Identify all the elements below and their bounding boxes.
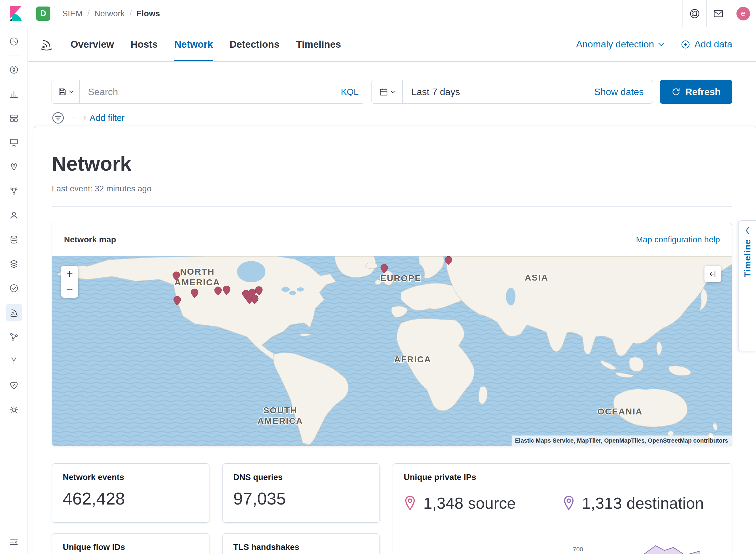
network-map-header: Network map Map configuration help (52, 223, 732, 256)
sidebar-item-visualize[interactable] (6, 86, 22, 102)
refresh-button[interactable]: Refresh (660, 80, 732, 104)
network-map-panel: Network map Map configuration help (52, 223, 732, 446)
refresh-icon (672, 88, 681, 96)
top-header-bar: D SIEM / Network / Flows e (0, 0, 756, 27)
network-map[interactable]: NORTH AMERICA EUROPE ASIA AFRICA SOUTH A… (52, 256, 732, 446)
sidebar-item-dashboard[interactable] (6, 110, 22, 126)
map-configuration-help-link[interactable]: Map configuration help (636, 235, 720, 244)
siem-signal-icon (9, 308, 19, 318)
timeline-flyout-tab[interactable]: Timeline (738, 220, 756, 351)
saved-query-menu-button[interactable] (52, 80, 80, 103)
help-icon (689, 8, 700, 19)
tab-network[interactable]: Network (174, 27, 213, 61)
app-sidebar (0, 27, 28, 554)
compass-icon (9, 65, 19, 75)
anomaly-detection-button[interactable]: Anomaly detection (576, 39, 664, 50)
timeline-tab-label: Timeline (742, 239, 752, 277)
unique-private-ips-title: Unique private IPs (404, 473, 721, 482)
unique-flow-ids-title: Unique flow IDs (63, 543, 198, 552)
sidebar-item-recently-viewed[interactable] (6, 33, 22, 50)
page-title: Network (52, 152, 732, 175)
map-label-europe: EUROPE (381, 273, 421, 283)
graph-nodes-icon (9, 332, 19, 342)
space-badge[interactable]: D (36, 6, 50, 21)
sidebar-item-infrastructure[interactable] (6, 256, 22, 272)
collapse-menu-button[interactable] (6, 534, 22, 550)
tls-handshakes-title: TLS handshakes (233, 543, 369, 552)
map-legend-toggle-button[interactable] (704, 266, 721, 282)
breadcrumb-siem[interactable]: SIEM (62, 9, 82, 18)
breadcrumb-flows: Flows (136, 9, 160, 18)
layers-icon (9, 259, 19, 269)
sidebar-item-monitoring[interactable] (6, 377, 22, 394)
breadcrumb-network[interactable]: Network (94, 9, 125, 18)
sidebar-item-users[interactable] (6, 207, 22, 224)
sidebar-item-maps[interactable] (6, 159, 22, 175)
gear-icon (9, 405, 19, 415)
search-input[interactable] (80, 80, 335, 103)
sidebar-item-uptime[interactable] (6, 280, 22, 296)
zoom-in-button[interactable]: + (61, 266, 78, 282)
add-data-button[interactable]: Add data (681, 39, 732, 50)
sidebar-item-apm[interactable] (6, 353, 22, 370)
kpi-cards-row: Network events 462,428 Unique flow IDs D… (52, 463, 732, 554)
destination-pin-icon (563, 495, 575, 511)
help-button[interactable] (683, 0, 706, 27)
save-icon (58, 88, 67, 96)
filter-separator (70, 118, 77, 118)
kibana-logo[interactable] (8, 6, 24, 21)
show-dates-link[interactable]: Show dates (594, 87, 644, 98)
map-label-africa: AFRICA (394, 354, 431, 364)
source-ips-stat: 1,348 source (404, 494, 562, 512)
svg-text:AMERICA: AMERICA (174, 277, 220, 287)
sidebar-item-canvas[interactable] (6, 134, 22, 151)
check-circle-icon (9, 283, 19, 293)
network-page-content: Network Last event: 32 minutes ago Netwo… (34, 126, 756, 554)
sidebar-item-machine-learning[interactable] (6, 183, 22, 200)
sidebar-item-logs[interactable] (6, 231, 22, 248)
sidebar-item-graph[interactable] (6, 329, 22, 345)
map-pin-icon (9, 162, 19, 172)
chevron-down-icon (391, 90, 395, 93)
svg-text:AMERICA: AMERICA (257, 416, 303, 426)
siem-tabs: Overview Hosts Network Detections Timeli… (70, 27, 341, 61)
tab-detections[interactable]: Detections (230, 27, 280, 61)
date-range-value[interactable]: Last 7 days (411, 87, 460, 98)
dns-queries-card: DNS queries 97,035 (223, 463, 380, 522)
network-map-title: Network map (64, 235, 116, 244)
sidebar-item-siem[interactable] (6, 304, 22, 321)
unique-private-ips-card: Unique private IPs 1,348 source 1,313 de… (393, 463, 732, 554)
dns-queries-title: DNS queries (233, 473, 369, 482)
user-menu-button[interactable]: e (730, 0, 756, 27)
plus-circle-icon (681, 40, 690, 49)
tab-timelines[interactable]: Timelines (296, 27, 341, 61)
machine-learning-icon (9, 186, 19, 196)
network-events-title: Network events (63, 473, 198, 482)
source-ips-value: 1,348 source (423, 494, 516, 512)
heartbeat-icon (9, 380, 19, 390)
map-label-oceania: OCEANIA (597, 406, 643, 416)
card-divider (404, 530, 721, 530)
breadcrumb-separator: / (87, 9, 90, 18)
zoom-out-button[interactable]: − (61, 282, 78, 298)
tab-hosts[interactable]: Hosts (131, 27, 158, 61)
clock-icon (9, 37, 19, 47)
destination-area-chart (593, 542, 700, 554)
mail-icon (713, 8, 724, 19)
newsfeed-button[interactable] (706, 0, 730, 27)
sidebar-item-management[interactable] (6, 401, 22, 418)
sidebar-item-discover[interactable] (6, 61, 22, 78)
filter-settings-icon[interactable] (52, 111, 65, 124)
date-quick-select-button[interactable] (372, 80, 403, 103)
anomaly-detection-label: Anomaly detection (576, 39, 654, 50)
tab-overview[interactable]: Overview (70, 27, 114, 61)
add-filter-link[interactable]: + Add filter (82, 113, 125, 123)
kql-toggle-button[interactable]: KQL (335, 80, 364, 103)
dns-queries-value: 97,035 (233, 489, 369, 508)
world-map: NORTH AMERICA EUROPE ASIA AFRICA SOUTH A… (52, 256, 732, 446)
unique-flow-ids-card: Unique flow IDs (52, 533, 210, 554)
search-row: KQL Last 7 days Show dates Refresh (52, 80, 732, 104)
map-label-north-america: NORTH (180, 267, 215, 276)
title-divider (52, 207, 732, 207)
bar-chart-icon (9, 89, 19, 99)
